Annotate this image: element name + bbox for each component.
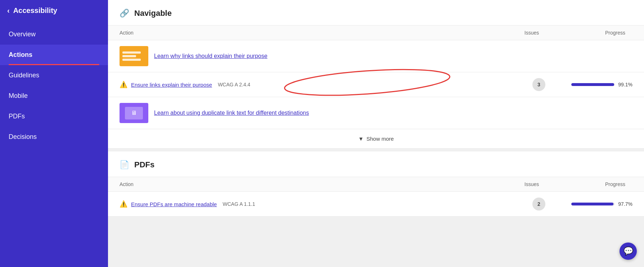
pdfs-count-badge: 2	[532, 198, 545, 211]
pdfs-issues-column-header: Issues	[510, 181, 553, 187]
navigable-section: 🔗 Navigable Action Issues Progress Learn…	[108, 0, 644, 149]
pdfs-progress-track	[571, 203, 614, 205]
ensure-links-link[interactable]: Ensure links explain their purpose	[131, 82, 212, 88]
sidebar-item-actions[interactable]: Actions	[0, 45, 108, 65]
sidebar-item-label: Guidelines	[9, 72, 39, 79]
ensure-pdfs-link[interactable]: Ensure PDFs are machine readable	[131, 201, 217, 207]
chevron-down-icon: ▼	[358, 136, 364, 142]
action-column-header: Action	[120, 30, 510, 36]
pdfs-table-header: Action Issues Progress	[108, 177, 644, 192]
sidebar-item-mobile[interactable]: Mobile	[0, 86, 108, 106]
pdfs-wcag-badge: WCAG A 1.1.1	[222, 201, 255, 207]
sidebar-item-overview[interactable]: Overview	[0, 24, 108, 45]
action-content-1: Learn why links should explain their pur…	[120, 46, 632, 66]
show-more-button[interactable]: ▼ Show more	[108, 129, 644, 149]
navigable-table-header: Action Issues Progress	[108, 26, 644, 40]
thumb-icon-area: 🖥	[120, 103, 148, 123]
issue-content-1: ⚠️ Ensure links explain their purpose WC…	[120, 81, 517, 89]
navigable-action-row-2: 🖥 Learn about using duplicate link text …	[108, 97, 644, 129]
progress-pct-1: 99.1%	[618, 82, 632, 87]
pdfs-progress-pct: 97.7%	[618, 201, 632, 207]
learn-links-purpose-link[interactable]: Learn why links should explain their pur…	[154, 53, 267, 59]
pdfs-progress-area: 97.7%	[560, 201, 632, 207]
sidebar-item-label: PDFs	[9, 113, 25, 120]
chat-button[interactable]: 💬	[620, 243, 637, 260]
show-more-label: Show more	[366, 136, 394, 142]
annotation-container: ⚠️ Ensure links explain their purpose WC…	[108, 72, 644, 97]
action-thumbnail-2: 🖥	[120, 103, 148, 123]
ensure-links-issue-row: ⚠️ Ensure links explain their purpose WC…	[108, 72, 644, 97]
thumb-decoration	[122, 59, 141, 61]
pdfs-section-header: 📄 PDFs	[108, 151, 644, 177]
thumb-decoration	[122, 51, 141, 54]
progress-fill-1	[571, 83, 614, 86]
navigable-section-header: 🔗 Navigable	[108, 0, 644, 26]
main-content: 🔗 Navigable Action Issues Progress Learn…	[108, 0, 644, 267]
sidebar: ‹ Accessibility Overview Actions Guideli…	[0, 0, 108, 267]
sidebar-header[interactable]: ‹ Accessibility	[0, 0, 108, 21]
wcag-badge-1: WCAG A 2.4.4	[218, 82, 250, 87]
navigable-section-title: Navigable	[134, 9, 172, 18]
issues-count-1: 3	[517, 78, 560, 91]
pdfs-issue-row: ⚠️ Ensure PDFs are machine readable WCAG…	[108, 192, 644, 217]
screen-icon: 🖥	[131, 110, 137, 116]
navigable-action-row-1: Learn why links should explain their pur…	[108, 40, 644, 72]
thumb-screen: 🖥	[125, 107, 143, 119]
sidebar-item-label: Overview	[9, 31, 36, 38]
sidebar-title: Accessibility	[13, 6, 57, 15]
action-content-2: 🖥 Learn about using duplicate link text …	[120, 103, 632, 123]
pdfs-progress-fill	[571, 203, 613, 205]
warning-icon: ⚠️	[120, 81, 127, 89]
pdfs-progress-column-header: Progress	[553, 181, 625, 187]
thumb-decoration	[122, 55, 136, 57]
pdfs-warning-icon: ⚠️	[120, 200, 127, 208]
back-arrow-icon[interactable]: ‹	[7, 6, 10, 15]
progress-column-header: Progress	[553, 30, 625, 36]
action-thumbnail-1	[120, 46, 148, 66]
pdfs-section: 📄 PDFs Action Issues Progress ⚠️ Ensure …	[108, 151, 644, 217]
progress-area-1: 99.1%	[560, 82, 632, 87]
sidebar-item-pdfs[interactable]: PDFs	[0, 106, 108, 127]
pdfs-action-column-header: Action	[120, 181, 510, 187]
sidebar-item-label: Decisions	[9, 133, 37, 140]
chat-icon: 💬	[623, 246, 633, 256]
link-icon: 🔗	[120, 9, 129, 18]
progress-track-1	[571, 83, 614, 86]
sidebar-item-label: Actions	[9, 51, 32, 58]
issues-column-header: Issues	[510, 30, 553, 36]
pdf-icon: 📄	[120, 160, 129, 169]
sidebar-navigation: Overview Actions Guidelines Mobile PDFs …	[0, 24, 108, 147]
count-badge-1: 3	[532, 78, 545, 91]
sidebar-item-decisions[interactable]: Decisions	[0, 127, 108, 147]
sidebar-item-guidelines[interactable]: Guidelines	[0, 65, 108, 86]
sidebar-item-label: Mobile	[9, 92, 28, 99]
pdfs-issue-content: ⚠️ Ensure PDFs are machine readable WCAG…	[120, 200, 517, 208]
pdfs-section-title: PDFs	[134, 160, 154, 169]
pdfs-issues-count: 2	[517, 198, 560, 211]
duplicate-link-text-link[interactable]: Learn about using duplicate link text fo…	[154, 110, 309, 116]
